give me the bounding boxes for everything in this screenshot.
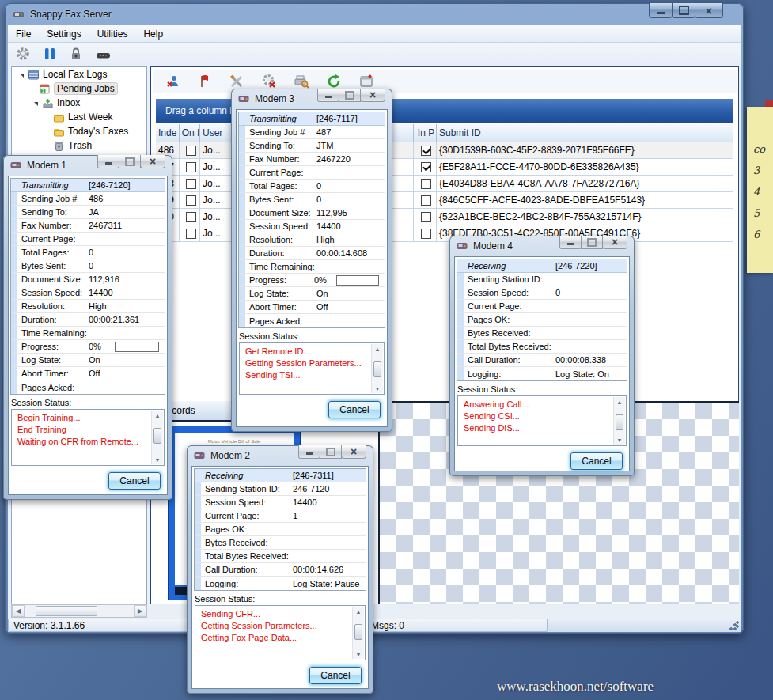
- close-button[interactable]: [140, 155, 165, 168]
- flag-icon[interactable]: [198, 74, 212, 89]
- settings-gear-icon[interactable]: [16, 47, 30, 61]
- scrollbar-thumb[interactable]: [36, 606, 97, 616]
- session-line: Sending CSI...: [464, 411, 608, 422]
- minimize-button[interactable]: [298, 445, 320, 459]
- session-line: Sending DIS...: [464, 422, 608, 434]
- scroll-up-icon[interactable]: [372, 344, 383, 354]
- scrollbar-thumb[interactable]: [616, 414, 623, 430]
- minimize-button[interactable]: [317, 89, 339, 102]
- maximize-button[interactable]: [672, 3, 695, 18]
- pause-icon[interactable]: [44, 47, 56, 61]
- scroll-up-icon[interactable]: [152, 411, 163, 420]
- scrollbar-thumb[interactable]: [373, 361, 381, 377]
- onhold-checkbox[interactable]: [186, 195, 196, 206]
- menu-settings[interactable]: Settings: [39, 28, 89, 40]
- modem-icon[interactable]: [96, 47, 112, 61]
- info-label: Progress:: [239, 275, 314, 285]
- cancel-button[interactable]: Cancel: [328, 401, 381, 418]
- progress-bar: [336, 275, 379, 286]
- onhold-checkbox[interactable]: [186, 162, 196, 172]
- column-header-user[interactable]: User: [200, 124, 225, 142]
- session-status-label: Session Status:: [10, 395, 165, 409]
- cancel-button[interactable]: Cancel: [108, 472, 161, 490]
- scroll-down-icon[interactable]: [152, 455, 163, 464]
- maximize-button[interactable]: [581, 236, 603, 249]
- column-header-submit-id[interactable]: Submit ID: [437, 124, 733, 142]
- inp-checkbox[interactable]: [421, 212, 431, 222]
- menu-help[interactable]: Help: [135, 28, 171, 40]
- capture-window-icon[interactable]: [358, 74, 374, 89]
- info-label: Sending Station ID:: [195, 484, 293, 494]
- inp-checkbox[interactable]: [421, 229, 431, 239]
- vertical-scrollbar[interactable]: [613, 397, 625, 445]
- info-row: Log State:On: [11, 354, 165, 367]
- session-line: Getting Fax Page Data...: [201, 632, 347, 644]
- folder-icon: [53, 126, 65, 138]
- fax-page-title: Motor Vehicle Bill of Sale: [175, 439, 294, 444]
- onhold-checkbox[interactable]: [186, 212, 196, 222]
- onhold-checkbox[interactable]: [186, 179, 196, 189]
- onhold-checkbox[interactable]: [186, 229, 196, 239]
- scrollbar-thumb[interactable]: [153, 428, 161, 444]
- resize-grip[interactable]: [729, 620, 739, 630]
- info-row: Call Duration:00:00:14.626: [195, 563, 366, 577]
- tools-icon[interactable]: [229, 74, 244, 89]
- scrollbar-thumb[interactable]: [354, 624, 362, 640]
- tree-item-local-fax-logs[interactable]: Local Fax Logs: [12, 67, 146, 81]
- column-header-inp[interactable]: In P: [414, 124, 437, 142]
- info-row: Session Speed:14400: [239, 220, 385, 233]
- scroll-down-icon[interactable]: [372, 384, 383, 393]
- vertical-scrollbar[interactable]: [151, 411, 163, 464]
- sticky-note: co 3 4 5 6: [747, 107, 773, 273]
- dialog-title: Modem 1: [27, 160, 66, 171]
- lock-icon[interactable]: [70, 47, 82, 61]
- close-button[interactable]: [360, 89, 385, 102]
- session-line: Begin Training...: [17, 412, 146, 424]
- column-header-index[interactable]: Inde: [156, 124, 180, 142]
- tree-horizontal-scrollbar[interactable]: [11, 604, 147, 618]
- minimize-button[interactable]: [559, 236, 582, 249]
- scroll-up-icon[interactable]: [353, 607, 364, 616]
- scroll-down-icon[interactable]: [614, 435, 625, 445]
- vertical-scrollbar[interactable]: [352, 607, 364, 659]
- scroll-right-icon[interactable]: [134, 605, 146, 617]
- title-bar[interactable]: Snappy Fax Server: [5, 3, 744, 25]
- info-row: Fax Number:2467220: [239, 153, 385, 166]
- scroll-down-icon[interactable]: [353, 649, 364, 659]
- inp-checkbox[interactable]: [421, 195, 431, 206]
- scroll-up-icon[interactable]: [614, 397, 625, 407]
- maximize-button[interactable]: [119, 155, 141, 168]
- close-button[interactable]: [695, 3, 723, 18]
- inp-checkbox[interactable]: [421, 146, 431, 156]
- column-header-onhold[interactable]: On I: [180, 124, 200, 142]
- tree-item-inbox[interactable]: Inbox: [12, 96, 146, 110]
- tree-item-todays-faxes[interactable]: Today's Faxes: [12, 124, 146, 138]
- scroll-left-icon[interactable]: [12, 605, 25, 617]
- expander-icon[interactable]: [20, 74, 24, 78]
- refresh-icon[interactable]: [326, 74, 342, 89]
- tree-item-pending-jobs[interactable]: 1 Pending Jobs: [12, 81, 146, 96]
- cancel-button[interactable]: Cancel: [309, 667, 362, 684]
- vertical-scrollbar[interactable]: [371, 344, 383, 393]
- expander-icon[interactable]: [34, 102, 38, 106]
- onhold-checkbox[interactable]: [186, 146, 196, 156]
- inp-checkbox[interactable]: [421, 162, 431, 172]
- menu-utilities[interactable]: Utilities: [89, 28, 136, 40]
- maximize-icon: [345, 91, 354, 100]
- gear-delete-icon[interactable]: [261, 74, 277, 89]
- print-preview-icon[interactable]: [294, 74, 309, 89]
- menu-file[interactable]: File: [8, 28, 39, 40]
- info-value: [246-7120]: [89, 180, 165, 190]
- inp-checkbox[interactable]: [421, 179, 431, 189]
- close-button[interactable]: [602, 236, 627, 249]
- minimize-button[interactable]: [649, 3, 673, 18]
- close-button[interactable]: [341, 445, 366, 459]
- cancel-button[interactable]: Cancel: [570, 452, 623, 470]
- maximize-button[interactable]: [320, 445, 342, 459]
- tree-item-trash[interactable]: Trash: [12, 138, 146, 153]
- delete-user-icon[interactable]: [165, 74, 181, 89]
- tree-item-last-week[interactable]: Last Week: [12, 110, 146, 124]
- cell-user: Jo...: [200, 209, 225, 225]
- maximize-button[interactable]: [339, 89, 361, 102]
- minimize-button[interactable]: [97, 155, 119, 168]
